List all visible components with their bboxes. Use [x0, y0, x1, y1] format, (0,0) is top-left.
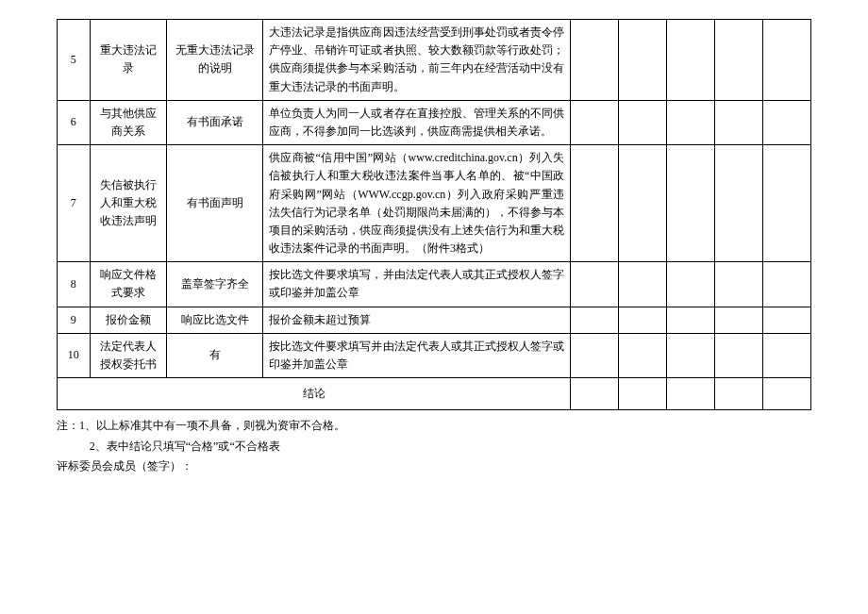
cell-desc: 按比选文件要求填写，并由法定代表人或其正式授权人签字或印鉴并加盖公章	[263, 262, 571, 307]
cell-blank	[619, 100, 667, 144]
cell-standard: 盖章签字齐全	[167, 262, 263, 307]
cell-blank	[667, 20, 715, 101]
cell-blank	[762, 100, 810, 144]
cell-blank	[762, 262, 810, 307]
cell-blank	[762, 333, 810, 377]
cell-blank	[571, 262, 619, 307]
table-row: 10 法定代表人授权委托书 有 按比选文件要求填写并由法定代表人或其正式授权人签…	[58, 333, 811, 377]
table-row: 6 与其他供应商关系 有书面承诺 单位负责人为同一人或者存在直接控股、管理关系的…	[58, 100, 811, 144]
cell-blank	[571, 20, 619, 101]
qualification-table: 5 重大违法记录 无重大违法记录的说明 大违法记录是指供应商因违法经营受到刑事处…	[57, 19, 811, 410]
cell-blank	[571, 145, 619, 262]
cell-item: 失信被执行人和重大税收违法声明	[90, 145, 167, 262]
cell-item: 与其他供应商关系	[90, 100, 167, 144]
cell-desc: 报价金额未超过预算	[263, 307, 571, 333]
cell-item: 响应文件格式要求	[90, 262, 167, 307]
table-row: 9 报价金额 响应比选文件 报价金额未超过预算	[58, 307, 811, 333]
cell-num: 5	[58, 20, 91, 101]
cell-blank	[619, 378, 667, 410]
cell-blank	[715, 307, 763, 333]
cell-blank	[619, 307, 667, 333]
cell-blank	[762, 145, 810, 262]
cell-num: 8	[58, 262, 91, 307]
cell-blank	[762, 20, 810, 101]
cell-desc: 单位负责人为同一人或者存在直接控股、管理关系的不同供应商，不得参加同一比选谈判，…	[263, 100, 571, 144]
cell-blank	[762, 307, 810, 333]
cell-blank	[571, 333, 619, 377]
cell-blank	[571, 100, 619, 144]
cell-standard: 无重大违法记录的说明	[167, 20, 263, 101]
signature-line: 评标委员会成员（签字）：	[57, 458, 811, 474]
table-row: 5 重大违法记录 无重大违法记录的说明 大违法记录是指供应商因违法经营受到刑事处…	[58, 20, 811, 101]
cell-blank	[715, 145, 763, 262]
cell-blank	[667, 145, 715, 262]
cell-blank	[667, 262, 715, 307]
cell-blank	[619, 262, 667, 307]
cell-blank	[667, 333, 715, 377]
cell-desc: 按比选文件要求填写并由法定代表人或其正式授权人签字或印鉴并加盖公章	[263, 333, 571, 377]
cell-num: 6	[58, 100, 91, 144]
cell-blank	[762, 378, 810, 410]
table-row: 8 响应文件格式要求 盖章签字齐全 按比选文件要求填写，并由法定代表人或其正式授…	[58, 262, 811, 307]
cell-item: 报价金额	[90, 307, 167, 333]
cell-blank	[619, 20, 667, 101]
cell-blank	[715, 333, 763, 377]
cell-num: 7	[58, 145, 91, 262]
cell-num: 10	[58, 333, 91, 377]
note-line-2: 2、表中结论只填写“合格”或“不合格表	[57, 437, 811, 457]
cell-blank	[715, 100, 763, 144]
cell-standard: 有	[167, 333, 263, 377]
conclusion-row: 结论	[58, 378, 811, 410]
note-line-1: 注：1、以上标准其中有一项不具备，则视为资审不合格。	[57, 416, 811, 437]
cell-item: 重大违法记录	[90, 20, 167, 101]
cell-standard: 有书面声明	[167, 145, 263, 262]
cell-standard: 响应比选文件	[167, 307, 263, 333]
cell-blank	[715, 262, 763, 307]
cell-desc: 大违法记录是指供应商因违法经营受到刑事处罚或者责令停产停业、吊销许可证或者执照、…	[263, 20, 571, 101]
conclusion-label: 结论	[58, 378, 571, 410]
cell-blank	[619, 333, 667, 377]
cell-blank	[715, 378, 763, 410]
cell-item: 法定代表人授权委托书	[90, 333, 167, 377]
cell-blank	[571, 378, 619, 410]
cell-blank	[619, 145, 667, 262]
cell-blank	[667, 100, 715, 144]
cell-standard: 有书面承诺	[167, 100, 263, 144]
cell-blank	[667, 307, 715, 333]
cell-blank	[571, 307, 619, 333]
notes-block: 注：1、以上标准其中有一项不具备，则视为资审不合格。 2、表中结论只填写“合格”…	[57, 416, 811, 456]
cell-blank	[667, 378, 715, 410]
table-row: 7 失信被执行人和重大税收违法声明 有书面声明 供应商被“信用中国”网站（www…	[58, 145, 811, 262]
cell-blank	[715, 20, 763, 101]
cell-num: 9	[58, 307, 91, 333]
cell-desc: 供应商被“信用中国”网站（www.creditchina.gov.cn）列入失信…	[263, 145, 571, 262]
